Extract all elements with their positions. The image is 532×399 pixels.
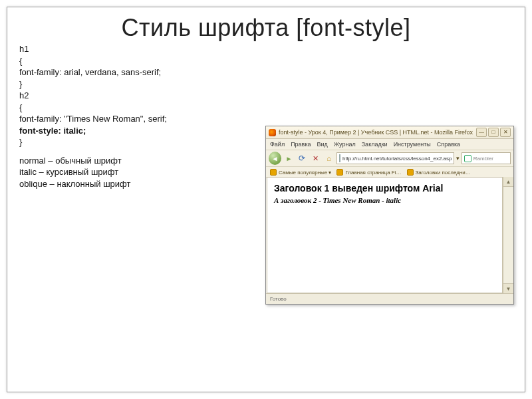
- scroll-down-icon[interactable]: ▼: [503, 283, 513, 293]
- statusbar: Готово: [266, 293, 513, 304]
- forward-button[interactable]: ►: [283, 152, 295, 164]
- toolbar: ◄ ► ⟳ ✕ ⌂ http://ru.html.net/tutorials/c…: [266, 150, 513, 167]
- slide-title: Стиль шрифта [font-style]: [7, 14, 525, 42]
- search-engine-icon: [464, 155, 471, 162]
- close-button[interactable]: ✕: [500, 128, 511, 137]
- code-line: }: [19, 137, 22, 147]
- code-line: {: [19, 56, 22, 66]
- maximize-button[interactable]: □: [488, 128, 499, 137]
- menu-help[interactable]: Справка: [437, 141, 460, 148]
- bookmark-headlines[interactable]: Заголовки последни…: [407, 169, 471, 176]
- titlebar: font-style - Урок 4, Пример 2 | Учебник …: [266, 126, 513, 139]
- menu-history[interactable]: Журнал: [334, 141, 356, 148]
- reload-button[interactable]: ⟳: [297, 152, 308, 164]
- code-line: font-family: arial, verdana, sans-serif;: [19, 67, 161, 77]
- firefox-icon: [269, 129, 276, 136]
- back-button[interactable]: ◄: [269, 152, 281, 165]
- menu-edit[interactable]: Правка: [291, 141, 311, 148]
- menu-bookmarks[interactable]: Закладки: [362, 141, 388, 148]
- url-dropdown-icon[interactable]: ▾: [456, 155, 460, 162]
- search-box[interactable]: Rambler: [462, 152, 511, 164]
- bookmark-popular[interactable]: Самые популярные ▾: [270, 169, 331, 176]
- bookmark-home[interactable]: Главная страница Fi…: [336, 169, 401, 176]
- menu-file[interactable]: Файл: [270, 141, 285, 148]
- code-line: }: [19, 79, 22, 89]
- code-line: h1: [19, 44, 29, 54]
- url-text: http://ru.html.net/tutorials/css/lesson4…: [342, 156, 452, 162]
- slide: Стиль шрифта [font-style] h1 { font-fami…: [7, 7, 525, 392]
- code-line: font-family: "Times New Roman", serif;: [19, 114, 167, 124]
- rendered-h2: А заголовок 2 - Times New Roman - italic: [274, 196, 495, 204]
- page-icon: [336, 169, 343, 176]
- rss-icon: [407, 169, 414, 176]
- rendered-h1: Заголовок 1 выведен шрифтом Arial: [274, 183, 495, 194]
- menu-view[interactable]: Вид: [317, 141, 328, 148]
- code-line: {: [19, 102, 22, 112]
- page-viewport: Заголовок 1 выведен шрифтом Arial А заго…: [267, 177, 503, 293]
- status-text: Готово: [270, 296, 287, 302]
- search-placeholder: Rambler: [473, 156, 493, 162]
- vertical-scrollbar[interactable]: ▲ ▼: [503, 177, 513, 293]
- code-line-bold: font-style: italic;: [19, 126, 86, 136]
- code-line: h2: [19, 90, 29, 100]
- minimize-button[interactable]: —: [476, 128, 487, 137]
- stop-button[interactable]: ✕: [310, 152, 321, 164]
- menu-tools[interactable]: Инструменты: [394, 141, 431, 148]
- menubar: Файл Правка Вид Журнал Закладки Инструме…: [266, 139, 513, 150]
- home-button[interactable]: ⌂: [323, 152, 334, 164]
- window-title: font-style - Урок 4, Пример 2 | Учебник …: [279, 129, 476, 136]
- address-bar[interactable]: http://ru.html.net/tutorials/css/lesson4…: [336, 152, 454, 164]
- folder-icon: [270, 169, 277, 176]
- page-icon: [339, 154, 340, 162]
- browser-window: font-style - Урок 4, Пример 2 | Учебник …: [265, 126, 514, 305]
- scroll-up-icon[interactable]: ▲: [503, 177, 513, 187]
